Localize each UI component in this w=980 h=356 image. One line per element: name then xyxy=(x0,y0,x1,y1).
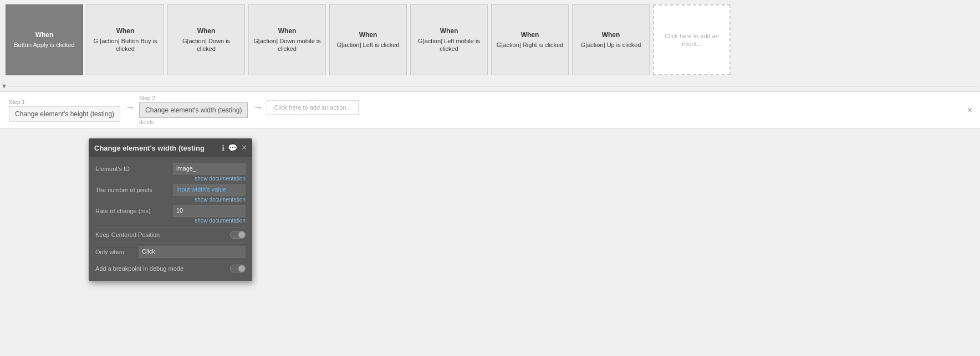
close-steps-button[interactable]: × xyxy=(967,105,972,115)
step-name-0[interactable]: Change element's height (testing) xyxy=(9,106,120,122)
event-title-event-5: When xyxy=(440,27,458,35)
event-title-event-4: When xyxy=(359,31,377,39)
event-subtitle-event-5: G[action] Left mobile is clicked xyxy=(415,37,483,53)
add-action-button[interactable]: Click here to add an action... xyxy=(267,100,358,115)
event-title-event-1: When xyxy=(116,27,135,35)
event-subtitle-event-2: G[action] Down is clicked xyxy=(172,37,240,53)
event-subtitle-event-0: Button Apply is clicked xyxy=(14,41,74,49)
step-label-1: Step 2 xyxy=(139,95,155,101)
steps-row: Step 1 Change element's height (testing)… xyxy=(0,91,980,129)
events-row: When Button Apply is clicked When G [act… xyxy=(0,0,980,80)
add-action-arrow: → xyxy=(252,102,262,119)
event-3[interactable]: When G[action] Down mobile is clicked xyxy=(248,4,326,75)
event-title-event-0: When xyxy=(35,31,54,39)
event-title-event-2: When xyxy=(197,27,216,35)
step-delete-1[interactable]: delete xyxy=(139,119,154,125)
step-arrow-1: → xyxy=(125,102,135,119)
event-2[interactable]: When G[action] Down is clicked xyxy=(167,4,245,75)
event-5[interactable]: When G[action] Left mobile is clicked xyxy=(410,4,488,75)
step-name-1[interactable]: Change element's width (testing) xyxy=(139,102,248,118)
divider-row: ▾ xyxy=(0,80,980,91)
add-event-label: Click here to add an event... xyxy=(659,32,725,48)
event-subtitle-event-3: G[action] Down mobile is clicked xyxy=(253,37,321,53)
event-subtitle-event-7: G[action] Up is clicked xyxy=(581,41,641,49)
event-1[interactable]: When G [action] Button Buy is clicked xyxy=(86,4,164,75)
event-subtitle-event-1: G [action] Button Buy is clicked xyxy=(91,37,159,53)
step-2: Step 2 Change element's width (testing) … xyxy=(139,95,248,125)
event-title-event-3: When xyxy=(278,27,297,35)
event-6[interactable]: When G[action] Right is clicked xyxy=(491,4,569,75)
event-4[interactable]: When G[action] Left is clicked xyxy=(329,4,407,75)
divider-line xyxy=(8,86,978,86)
event-title-event-6: When xyxy=(521,31,539,39)
event-add[interactable]: Click here to add an event... xyxy=(653,4,731,75)
divider-arrow: ▾ xyxy=(2,81,6,90)
event-title-event-7: When xyxy=(602,31,620,39)
event-subtitle-event-6: G[action] Right is clicked xyxy=(497,41,563,49)
event-subtitle-event-4: G[action] Left is clicked xyxy=(336,41,399,49)
event-7[interactable]: When G[action] Up is clicked xyxy=(572,4,650,75)
step-label-0: Step 1 xyxy=(9,99,25,105)
event-0[interactable]: When Button Apply is clicked xyxy=(6,4,83,75)
step-1: Step 1 Change element's height (testing) xyxy=(9,99,120,122)
